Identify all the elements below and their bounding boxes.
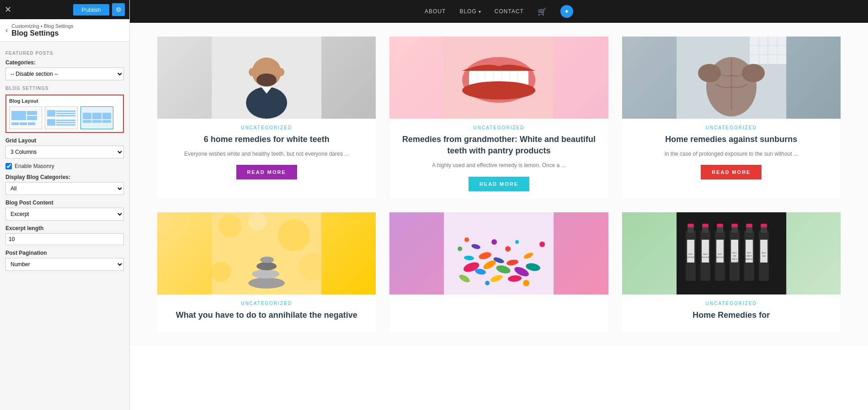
svg-point-32 — [248, 212, 266, 231]
top-bar: ✕ Publish ⚙ — [0, 0, 129, 19]
blog-title-6: Home Remedies for — [688, 310, 774, 321]
svg-rect-105 — [702, 224, 708, 227]
excerpt-length-field: Excerpt length — [5, 225, 124, 245]
blog-post-content-label: Blog Post Content — [5, 200, 124, 206]
excerpt-length-input[interactable] — [5, 233, 124, 245]
svg-point-60 — [539, 242, 545, 247]
enable-masonry-label[interactable]: Enable Masonry — [15, 163, 54, 169]
publish-button[interactable]: Publish — [73, 4, 109, 16]
svg-text:Bach: Bach — [703, 253, 707, 255]
svg-point-6 — [278, 68, 284, 76]
blog-title-2: Remedies from grandmother: White and bea… — [389, 134, 608, 157]
blog-post-content-field: Blog Post Content Excerpt — [5, 200, 124, 221]
categories-field: Categories: -- Disable section -- — [5, 59, 124, 80]
featured-posts-label: FEATURED POSTS — [5, 51, 124, 56]
svg-point-39 — [260, 257, 274, 263]
grid-layout-label: Grid Layout — [5, 137, 124, 144]
layout-option-1[interactable] — [9, 106, 42, 129]
svg-point-33 — [298, 253, 326, 281]
left-panel: ✕ Publish ⚙ ‹ Customizing • Blog Setting… — [0, 0, 130, 410]
layout-option-2[interactable] — [45, 106, 78, 129]
blog-excerpt-3: In the case of prolonged exposure to the… — [660, 150, 803, 158]
svg-rect-74 — [702, 240, 709, 263]
nav-about[interactable]: ABOUT — [425, 8, 446, 15]
layout-icon-1 — [11, 111, 40, 125]
read-more-btn-1[interactable]: READ MORE — [236, 165, 297, 179]
enable-masonry-row: Enable Masonry — [5, 163, 124, 169]
svg-point-57 — [485, 281, 490, 285]
blog-card-3: UNCATEGORIZED Home remedies against sunb… — [622, 37, 841, 199]
cart-icon[interactable]: 🛒 — [538, 7, 547, 16]
svg-point-61 — [515, 240, 519, 244]
blog-grid: UNCATEGORIZED 6 home remedies for white … — [157, 37, 841, 332]
breadcrumb: ‹ Customizing • Blog Settings Blog Setti… — [0, 19, 129, 42]
svg-rect-68 — [687, 240, 694, 263]
svg-text:Bach: Bach — [718, 253, 722, 255]
svg-point-3 — [256, 74, 277, 86]
blog-card-4: UNCATEGORIZED What you have to do to ann… — [157, 212, 376, 332]
blog-category-6: UNCATEGORIZED — [706, 301, 757, 306]
blog-excerpt-1: Everyone wishes white and healthy teeth,… — [180, 150, 353, 158]
display-categories-field: Display Blog Categories: All — [5, 174, 124, 195]
back-arrow-icon[interactable]: ‹ — [5, 26, 8, 34]
compass-icon[interactable]: ✦ — [560, 5, 573, 18]
svg-text:ROCK ROSE: ROCK ROSE — [700, 257, 710, 258]
svg-text:Bach: Bach — [761, 252, 766, 254]
svg-point-63 — [491, 239, 497, 245]
blog-post-content-select[interactable]: Excerpt — [5, 208, 124, 221]
svg-text:STAR OF: STAR OF — [746, 255, 752, 257]
layout-icon-2 — [47, 110, 75, 126]
categories-label: Categories: — [5, 59, 124, 66]
blog-card-2: UNCATEGORIZED Remedies from grandmother:… — [389, 37, 608, 199]
svg-rect-40 — [444, 212, 554, 294]
categories-select[interactable]: -- Disable section -- — [5, 68, 124, 80]
read-more-btn-3[interactable]: READ MORE — [701, 165, 761, 179]
svg-text:CHICORY: CHICORY — [687, 257, 695, 258]
excerpt-length-label: Excerpt length — [5, 225, 124, 231]
panel-content: FEATURED POSTS Categories: -- Disable se… — [0, 42, 129, 410]
svg-text:Bach: Bach — [732, 252, 736, 254]
blog-layout-label: Blog Layout — [9, 98, 120, 104]
blog-title-4: What you have to do to annihilate the ne… — [171, 310, 362, 321]
layout-icon-3 — [83, 113, 111, 123]
svg-text:WATER VIOLET: WATER VIOLET — [715, 257, 725, 258]
blog-img-6: Bach CHICORY Bach ROCK ROSE — [622, 212, 841, 294]
blog-settings-label: BLOG SETTINGS — [5, 86, 124, 91]
blog-main: UNCATEGORIZED 6 home remedies for white … — [130, 23, 868, 346]
post-pagination-select[interactable]: Number — [5, 258, 124, 271]
blog-category-3: UNCATEGORIZED — [706, 125, 757, 130]
blog-title-3: Home remedies against sunburns — [660, 134, 802, 145]
enable-masonry-checkbox[interactable] — [5, 163, 12, 169]
nav-blog[interactable]: BLOG — [459, 8, 476, 15]
blog-img-3 — [622, 37, 841, 119]
blog-layout-box: Blog Layout — [5, 95, 124, 133]
svg-point-16 — [462, 81, 535, 100]
grid-layout-select[interactable]: 3 Columns 2 Columns 4 Columns — [5, 146, 124, 158]
svg-point-38 — [256, 262, 277, 270]
svg-text:VINE: VINE — [733, 255, 736, 257]
svg-text:STAR OF: STAR OF — [731, 258, 737, 260]
svg-rect-106 — [717, 224, 723, 227]
blog-img-5 — [389, 212, 608, 294]
nav-blog-dropdown[interactable]: BLOG ▾ — [459, 8, 480, 15]
site-nav: ABOUT BLOG ▾ CONTACT 🛒 ✦ — [130, 0, 868, 23]
grid-layout-field: Grid Layout 3 Columns 2 Columns 4 Column… — [5, 137, 124, 158]
layout-option-3[interactable] — [80, 106, 113, 129]
gear-button[interactable]: ⚙ — [112, 3, 125, 16]
svg-point-34 — [211, 262, 231, 282]
svg-text:Bach: Bach — [688, 253, 692, 255]
breadcrumb-info: Customizing • Blog Settings Blog Setting… — [11, 23, 73, 37]
read-more-btn-2[interactable]: READ MORE — [469, 177, 529, 191]
svg-text:BETHLEHEM: BETHLEHEM — [730, 262, 739, 263]
nav-dropdown-icon: ▾ — [479, 9, 481, 14]
blog-card-6: Bach CHICORY Bach ROCK ROSE — [622, 212, 841, 332]
close-button[interactable]: ✕ — [5, 5, 11, 14]
svg-rect-109 — [761, 224, 767, 227]
svg-point-21 — [742, 64, 765, 82]
svg-point-56 — [505, 246, 511, 252]
nav-contact[interactable]: CONTACT — [495, 8, 524, 15]
blog-img-4 — [157, 212, 376, 294]
display-categories-select[interactable]: All — [5, 182, 124, 195]
blog-img-2 — [389, 37, 608, 119]
svg-point-5 — [249, 68, 255, 76]
